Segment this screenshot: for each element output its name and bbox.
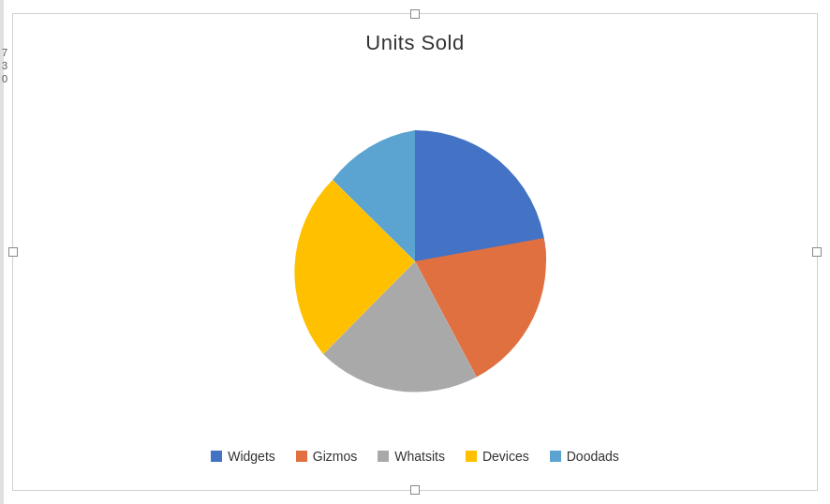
legend-item-gizmos: Gizmos: [296, 449, 357, 464]
legend-swatch-whatsits: [378, 451, 389, 462]
handle-top-mid[interactable]: [410, 9, 420, 19]
legend-item-widgets: Widgets: [211, 449, 275, 464]
handle-mid-left[interactable]: [8, 247, 18, 257]
legend-label-widgets: Widgets: [228, 449, 275, 464]
handle-bot-mid[interactable]: [410, 485, 420, 495]
handle-mid-right[interactable]: [812, 247, 822, 257]
legend-swatch-widgets: [211, 451, 222, 462]
pie-chart-svg: [265, 121, 565, 402]
legend-swatch-devices: [466, 451, 477, 462]
legend-label-devices: Devices: [482, 449, 529, 464]
legend-label-gizmos: Gizmos: [313, 449, 357, 464]
side-num-2: 3: [2, 60, 7, 71]
legend-item-whatsits: Whatsits: [378, 449, 445, 464]
side-num-3: 0: [2, 73, 7, 84]
side-numbers: 7 3 0: [0, 47, 7, 84]
legend-label-doodads: Doodads: [567, 449, 619, 464]
legend-swatch-doodads: [550, 451, 561, 462]
side-num-1: 7: [2, 47, 7, 58]
legend-swatch-gizmos: [296, 451, 307, 462]
chart-title: Units Sold: [365, 31, 464, 55]
legend: Widgets Gizmos Whatsits Devices Doodads: [211, 449, 619, 490]
legend-item-doodads: Doodads: [550, 449, 619, 464]
chart-container: Units Sold Widgets Gizmos Whatsits: [12, 13, 818, 491]
legend-label-whatsits: Whatsits: [394, 449, 445, 464]
legend-item-devices: Devices: [466, 449, 529, 464]
pie-area: [265, 74, 565, 449]
